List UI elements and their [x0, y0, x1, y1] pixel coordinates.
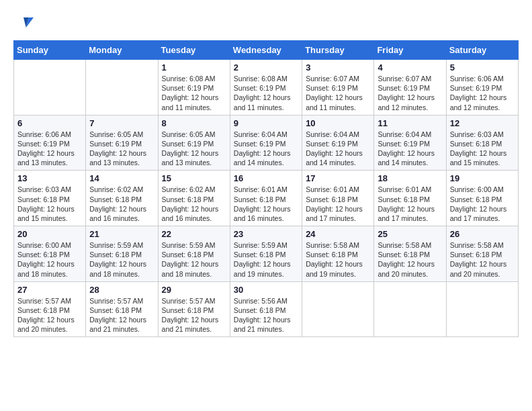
day-number: 7: [89, 118, 154, 128]
calendar-cell: 5Sunrise: 6:06 AM Sunset: 6:19 PM Daylig…: [446, 60, 518, 116]
day-number: 29: [162, 285, 226, 295]
day-number: 26: [450, 229, 515, 239]
calendar-cell: 30Sunrise: 5:56 AM Sunset: 6:18 PM Dayli…: [230, 281, 302, 337]
day-info: Sunrise: 6:05 AM Sunset: 6:19 PM Dayligh…: [162, 130, 226, 168]
calendar-cell: 24Sunrise: 5:58 AM Sunset: 6:18 PM Dayli…: [302, 226, 374, 282]
calendar-cell: 22Sunrise: 5:59 AM Sunset: 6:18 PM Dayli…: [158, 226, 230, 282]
day-number: 18: [378, 173, 442, 183]
week-row-4: 20Sunrise: 6:00 AM Sunset: 6:18 PM Dayli…: [14, 226, 519, 282]
day-info: Sunrise: 5:57 AM Sunset: 6:18 PM Dayligh…: [162, 296, 226, 334]
week-row-3: 13Sunrise: 6:03 AM Sunset: 6:18 PM Dayli…: [14, 171, 519, 226]
day-number: 1: [162, 62, 226, 73]
logo: [13, 13, 36, 34]
day-info: Sunrise: 6:05 AM Sunset: 6:19 PM Dayligh…: [89, 130, 154, 168]
weekday-header-monday: Monday: [86, 41, 158, 60]
day-info: Sunrise: 6:04 AM Sunset: 6:19 PM Dayligh…: [234, 130, 298, 168]
calendar-cell: 16Sunrise: 6:01 AM Sunset: 6:18 PM Dayli…: [230, 171, 302, 226]
day-info: Sunrise: 6:02 AM Sunset: 6:18 PM Dayligh…: [162, 185, 226, 223]
day-number: 20: [17, 229, 82, 239]
day-info: Sunrise: 5:56 AM Sunset: 6:18 PM Dayligh…: [234, 296, 298, 334]
calendar-cell: 28Sunrise: 5:57 AM Sunset: 6:18 PM Dayli…: [86, 281, 158, 337]
calendar-cell: 27Sunrise: 5:57 AM Sunset: 6:18 PM Dayli…: [14, 281, 86, 337]
calendar-cell: 4Sunrise: 6:07 AM Sunset: 6:19 PM Daylig…: [374, 60, 446, 116]
day-info: Sunrise: 6:03 AM Sunset: 6:18 PM Dayligh…: [450, 130, 515, 168]
day-number: 15: [162, 173, 226, 183]
calendar-cell: 25Sunrise: 5:58 AM Sunset: 6:18 PM Dayli…: [374, 226, 446, 282]
calendar-table: SundayMondayTuesdayWednesdayThursdayFrid…: [13, 40, 519, 337]
weekday-header-saturday: Saturday: [446, 41, 518, 60]
day-number: 21: [89, 229, 154, 239]
day-number: 25: [378, 229, 442, 239]
calendar-cell: 6Sunrise: 6:06 AM Sunset: 6:19 PM Daylig…: [14, 115, 86, 171]
calendar-cell: 9Sunrise: 6:04 AM Sunset: 6:19 PM Daylig…: [230, 115, 302, 171]
day-info: Sunrise: 5:58 AM Sunset: 6:18 PM Dayligh…: [306, 240, 370, 279]
calendar-cell: 11Sunrise: 6:04 AM Sunset: 6:19 PM Dayli…: [374, 115, 446, 171]
day-info: Sunrise: 6:07 AM Sunset: 6:19 PM Dayligh…: [306, 74, 370, 112]
day-number: 4: [378, 62, 442, 73]
logo-icon: [13, 13, 34, 34]
calendar-cell: 2Sunrise: 6:08 AM Sunset: 6:19 PM Daylig…: [230, 60, 302, 116]
calendar-cell: 19Sunrise: 6:00 AM Sunset: 6:18 PM Dayli…: [446, 171, 518, 226]
weekday-header-thursday: Thursday: [302, 41, 374, 60]
calendar-cell: [446, 281, 518, 337]
day-info: Sunrise: 5:59 AM Sunset: 6:18 PM Dayligh…: [234, 240, 298, 279]
calendar-cell: 26Sunrise: 5:58 AM Sunset: 6:18 PM Dayli…: [446, 226, 518, 282]
day-number: 27: [17, 285, 82, 295]
day-number: 10: [306, 118, 370, 128]
day-number: 16: [234, 173, 298, 183]
calendar-cell: 8Sunrise: 6:05 AM Sunset: 6:19 PM Daylig…: [158, 115, 230, 171]
day-number: 24: [306, 229, 370, 239]
weekday-header-sunday: Sunday: [14, 41, 86, 60]
day-info: Sunrise: 6:08 AM Sunset: 6:19 PM Dayligh…: [234, 74, 298, 112]
weekday-header-wednesday: Wednesday: [230, 41, 302, 60]
day-number: 14: [89, 173, 154, 183]
calendar-cell: 23Sunrise: 5:59 AM Sunset: 6:18 PM Dayli…: [230, 226, 302, 282]
calendar-cell: 10Sunrise: 6:04 AM Sunset: 6:19 PM Dayli…: [302, 115, 374, 171]
calendar-cell: 3Sunrise: 6:07 AM Sunset: 6:19 PM Daylig…: [302, 60, 374, 116]
calendar-cell: [86, 60, 158, 116]
day-info: Sunrise: 5:58 AM Sunset: 6:18 PM Dayligh…: [450, 240, 515, 279]
calendar-cell: [374, 281, 446, 337]
day-number: 28: [89, 285, 154, 295]
weekday-header-tuesday: Tuesday: [158, 41, 230, 60]
day-info: Sunrise: 5:57 AM Sunset: 6:18 PM Dayligh…: [89, 296, 154, 334]
calendar-cell: 13Sunrise: 6:03 AM Sunset: 6:18 PM Dayli…: [14, 171, 86, 226]
day-number: 23: [234, 229, 298, 239]
calendar-cell: 1Sunrise: 6:08 AM Sunset: 6:19 PM Daylig…: [158, 60, 230, 116]
weekday-header-friday: Friday: [374, 41, 446, 60]
day-info: Sunrise: 6:04 AM Sunset: 6:19 PM Dayligh…: [378, 130, 442, 168]
day-number: 3: [306, 62, 370, 73]
day-number: 13: [17, 173, 82, 183]
day-number: 12: [450, 118, 515, 128]
weekday-header-row: SundayMondayTuesdayWednesdayThursdayFrid…: [14, 41, 519, 60]
day-info: Sunrise: 6:04 AM Sunset: 6:19 PM Dayligh…: [306, 130, 370, 168]
day-info: Sunrise: 6:08 AM Sunset: 6:19 PM Dayligh…: [162, 74, 226, 112]
day-info: Sunrise: 6:01 AM Sunset: 6:18 PM Dayligh…: [234, 185, 298, 223]
calendar-cell: 14Sunrise: 6:02 AM Sunset: 6:18 PM Dayli…: [86, 171, 158, 226]
calendar-cell: 18Sunrise: 6:01 AM Sunset: 6:18 PM Dayli…: [374, 171, 446, 226]
day-info: Sunrise: 6:06 AM Sunset: 6:19 PM Dayligh…: [17, 130, 82, 168]
day-number: 19: [450, 173, 515, 183]
day-number: 2: [234, 62, 298, 73]
day-number: 6: [17, 118, 82, 128]
day-number: 30: [234, 285, 298, 295]
week-row-5: 27Sunrise: 5:57 AM Sunset: 6:18 PM Dayli…: [14, 281, 519, 337]
calendar-cell: 20Sunrise: 6:00 AM Sunset: 6:18 PM Dayli…: [14, 226, 86, 282]
week-row-2: 6Sunrise: 6:06 AM Sunset: 6:19 PM Daylig…: [14, 115, 519, 171]
calendar-cell: 29Sunrise: 5:57 AM Sunset: 6:18 PM Dayli…: [158, 281, 230, 337]
day-number: 11: [378, 118, 442, 128]
day-number: 5: [450, 62, 515, 73]
day-info: Sunrise: 6:02 AM Sunset: 6:18 PM Dayligh…: [89, 185, 154, 223]
calendar-cell: 15Sunrise: 6:02 AM Sunset: 6:18 PM Dayli…: [158, 171, 230, 226]
day-number: 9: [234, 118, 298, 128]
day-info: Sunrise: 5:59 AM Sunset: 6:18 PM Dayligh…: [89, 240, 154, 279]
calendar-cell: 21Sunrise: 5:59 AM Sunset: 6:18 PM Dayli…: [86, 226, 158, 282]
week-row-1: 1Sunrise: 6:08 AM Sunset: 6:19 PM Daylig…: [14, 60, 519, 116]
page-header: [13, 13, 519, 34]
calendar-cell: [14, 60, 86, 116]
day-info: Sunrise: 6:00 AM Sunset: 6:18 PM Dayligh…: [17, 240, 82, 279]
calendar-cell: 12Sunrise: 6:03 AM Sunset: 6:18 PM Dayli…: [446, 115, 518, 171]
day-info: Sunrise: 6:07 AM Sunset: 6:19 PM Dayligh…: [378, 74, 442, 112]
day-info: Sunrise: 5:57 AM Sunset: 6:18 PM Dayligh…: [17, 296, 82, 334]
calendar-cell: 17Sunrise: 6:01 AM Sunset: 6:18 PM Dayli…: [302, 171, 374, 226]
